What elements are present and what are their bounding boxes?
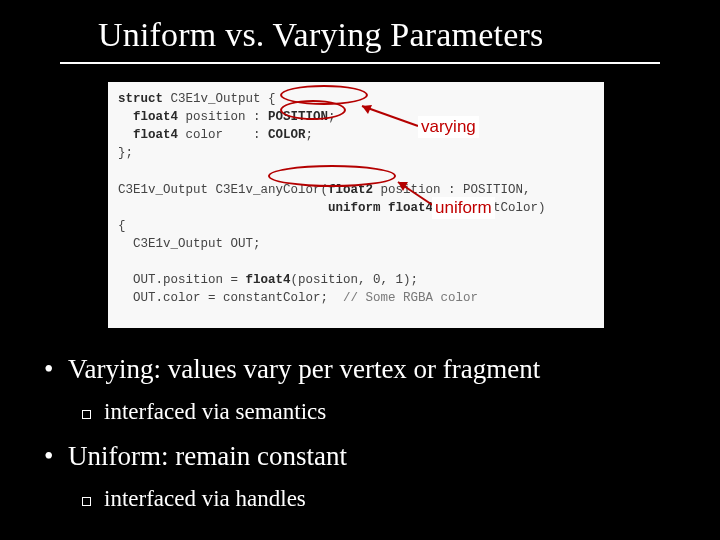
subbullet-uniform: interfaced via handles [38, 486, 682, 512]
code-text [118, 201, 328, 215]
code-text: OUT.color = constantColor; [118, 291, 343, 305]
code-text: C3E1v_Output OUT; [118, 237, 261, 251]
code-text: OUT.position = [118, 273, 246, 287]
code-text: C3E1v_Output { [163, 92, 276, 106]
arrow-varying [346, 90, 426, 136]
code-text: position : [178, 110, 268, 124]
code-text: color : [178, 128, 268, 142]
bullet-varying: Varying: values vary per vertex or fragm… [38, 354, 682, 385]
code-kw: struct [118, 92, 163, 106]
subbullet-varying: interfaced via semantics [38, 399, 682, 425]
label-uniform: uniform [432, 197, 495, 219]
title-underline [60, 62, 660, 64]
code-kw: float4 [118, 128, 178, 142]
code-text: ; [306, 128, 314, 142]
code-text: (position, 0, 1); [291, 273, 419, 287]
code-comment: // Some RGBA color [343, 291, 478, 305]
code-kw: float4 [118, 110, 178, 124]
bullet-uniform: Uniform: remain constant [38, 441, 682, 472]
code-kw: float4 [246, 273, 291, 287]
svg-line-0 [362, 106, 418, 126]
ellipse-color [280, 100, 346, 120]
bullet-list: Varying: values vary per vertex or fragm… [38, 354, 682, 528]
code-kw: COLOR [268, 128, 306, 142]
ellipse-uniform [268, 165, 396, 187]
code-text: }; [118, 146, 133, 160]
label-varying: varying [418, 116, 479, 138]
code-text: { [118, 219, 126, 233]
slide-title: Uniform vs. Varying Parameters [98, 16, 543, 54]
